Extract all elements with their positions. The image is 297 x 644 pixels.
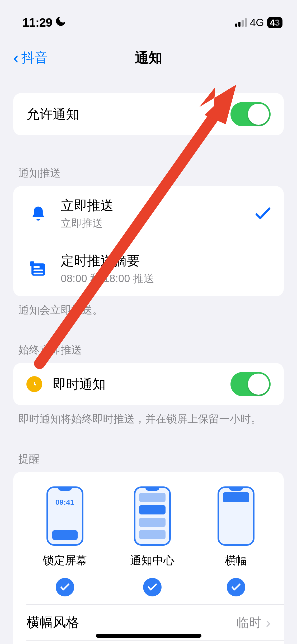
do-not-disturb-icon [55,16,66,29]
banners-label: 横幅 [225,553,247,568]
delivery-immediate-row[interactable]: 立即推送 立即推送 [13,186,284,241]
allow-notifications-toggle[interactable] [230,102,271,126]
time-sensitive-label: 即时通知 [53,375,230,393]
notification-center-preview-icon [134,486,171,546]
delivery-immediate-title: 立即推送 [61,197,255,214]
delivery-header: 通知推送 [13,166,284,186]
alert-option-lock-screen[interactable]: 09:41 锁定屏幕 [43,486,87,596]
alerts-header: 提醒 [13,452,284,472]
notification-center-check-icon [143,578,162,596]
network-type: 4G [250,17,264,29]
always-immediate-footer: 即时通知将始终即时推送，并在锁屏上保留一小时。 [13,405,284,426]
delivery-scheduled-row[interactable]: 定时推送摘要 08:00 和 18:00 推送 [13,241,284,296]
svg-rect-3 [34,273,43,274]
svg-rect-1 [34,266,40,268]
delivery-scheduled-title: 定时推送摘要 [61,252,271,270]
always-immediate-header: 始终立即推送 [13,343,284,363]
banner-style-value: 临时 [236,614,262,631]
delivery-footer: 通知会立即推送。 [13,296,284,318]
page-title: 通知 [135,49,162,67]
svg-rect-2 [34,270,43,271]
lock-screen-preview-icon: 09:41 [46,486,83,546]
banners-preview-icon [218,486,254,546]
battery-level: 43 [267,17,282,28]
notification-center-label: 通知中心 [130,553,175,568]
home-indicator[interactable] [96,634,201,638]
checkmark-icon [255,207,271,220]
allow-notifications-label: 允许通知 [26,105,230,123]
lock-screen-check-icon [56,578,74,596]
chevron-left-icon: ‹ [13,51,19,65]
chevron-right-icon: › [266,614,271,631]
summary-icon [26,261,50,277]
delivery-scheduled-sub: 08:00 和 18:00 推送 [61,271,271,286]
signal-strength-icon [235,18,247,27]
alert-option-banners[interactable]: 横幅 [218,486,254,596]
clock-icon [26,376,42,392]
delivery-immediate-sub: 立即推送 [61,216,255,231]
status-bar: 11:29 4G 43 [0,0,297,34]
sound-row: 声音 [13,641,284,644]
bell-icon [26,205,50,222]
time-sensitive-row: 即时通知 [13,363,284,405]
back-button[interactable]: ‹ 抖音 [13,49,48,67]
banner-style-label: 横幅风格 [26,614,236,631]
time-sensitive-toggle[interactable] [230,372,271,396]
banners-check-icon [227,578,245,596]
alert-option-notification-center[interactable]: 通知中心 [130,486,175,596]
back-label: 抖音 [21,49,48,67]
nav-bar: ‹ 抖音 通知 [0,34,297,80]
status-time: 11:29 [22,15,52,30]
allow-notifications-row: 允许通知 [13,93,284,135]
lock-screen-label: 锁定屏幕 [43,553,87,568]
svg-rect-4 [30,261,34,266]
